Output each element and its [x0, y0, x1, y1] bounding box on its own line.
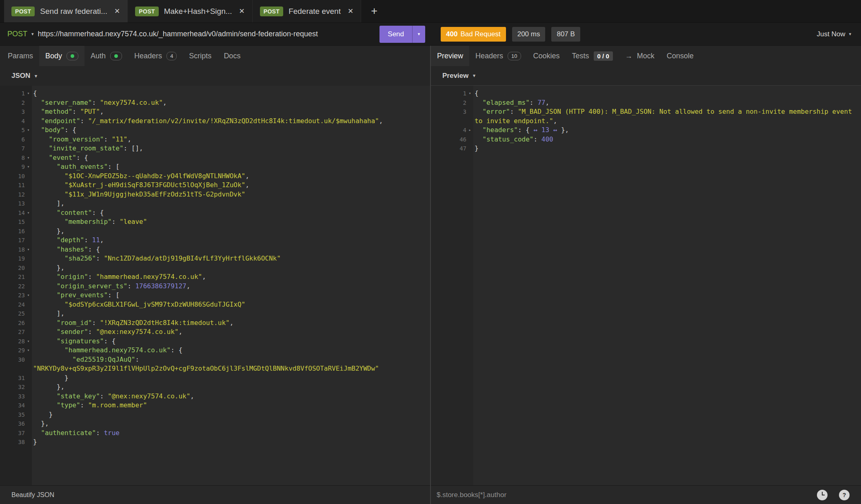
code-line: 6 "room_version": "11", — [0, 135, 430, 144]
tab-preview[interactable]: Preview — [431, 46, 469, 66]
tab-mock[interactable]: →Mock — [619, 46, 661, 66]
response-body-viewer[interactable]: 1▾{2 "elapsed_ms": 77,3 "error": "M_BAD_… — [431, 86, 861, 485]
fold-toggle-icon[interactable]: ▾ — [25, 346, 32, 355]
request-tab[interactable]: POSTMake+Hash+Sign...✕ — [128, 0, 252, 22]
main-panes: ParamsBodyAuthHeaders4ScriptsDocs JSON ▾… — [0, 46, 861, 504]
token: , — [190, 392, 194, 400]
code-text: }, — [32, 419, 430, 429]
code-text: "$odSYp6cxGBLX1FGwL_jvSM97txDzWUH86SGduT… — [32, 300, 430, 309]
gutter: 30 — [0, 355, 32, 374]
code-text: "signatures": { — [32, 337, 430, 346]
code-text: } — [32, 410, 430, 420]
close-icon[interactable]: ✕ — [114, 7, 120, 15]
line-number: 24 — [0, 300, 25, 309]
token — [33, 273, 57, 281]
token — [33, 236, 57, 244]
tab-cookies[interactable]: Cookies — [527, 46, 566, 66]
token: : — [88, 273, 96, 281]
send-options-caret-icon[interactable]: ▾ — [412, 26, 425, 43]
preview-mode-selector[interactable]: Preview ▾ — [431, 66, 861, 86]
help-icon[interactable]: ? — [839, 490, 850, 500]
fold-toggle-icon[interactable]: ▾ — [25, 126, 32, 135]
fold-marker-icon[interactable]: ↔ — [553, 126, 557, 134]
tab-params[interactable]: Params — [2, 46, 39, 66]
close-icon[interactable]: ✕ — [348, 7, 353, 15]
line-number: 46 — [431, 135, 466, 144]
fold-spacer — [25, 181, 32, 190]
response-time-badge: 200 ms — [512, 27, 546, 42]
response-footer: ? — [431, 485, 861, 504]
token: "@nex:nexy7574.co.uk" — [108, 392, 190, 400]
tab-console[interactable]: Console — [661, 46, 700, 66]
tab-body[interactable]: Body — [39, 46, 84, 66]
token: to invite endpoint." — [475, 117, 553, 125]
fold-spacer — [466, 107, 473, 126]
tab-auth[interactable]: Auth — [84, 46, 128, 66]
fold-toggle-icon[interactable]: ▾ — [25, 208, 32, 218]
token: "/_matrix/federation/v2/invite/!XRqZN3zQ… — [88, 117, 379, 125]
request-tab[interactable]: POSTSend raw federati...✕ — [4, 0, 128, 22]
fold-spacer — [25, 117, 32, 126]
fold-marker-icon[interactable]: ↔ — [534, 126, 538, 134]
tab-label: Headers — [475, 52, 503, 60]
fold-spacer — [466, 98, 473, 108]
token: : — [80, 401, 88, 409]
method-selector[interactable]: POST — [7, 30, 27, 38]
code-line: 22 "origin_server_ts": 1766386379127, — [0, 282, 430, 291]
request-tab[interactable]: POSTFederate event✕ — [253, 0, 361, 22]
code-text: ], — [32, 309, 430, 318]
close-icon[interactable]: ✕ — [239, 7, 245, 15]
fold-toggle-icon[interactable]: ▸ — [466, 126, 473, 135]
url-input[interactable]: https://hammerhead.nexy7574.co.uk/_hamme… — [38, 30, 380, 38]
tab-label: Headers — [134, 52, 162, 60]
request-body-editor[interactable]: 1▾{2 "server_name": "nexy7574.co.uk",3 "… — [0, 86, 430, 485]
token: 13 — [541, 126, 549, 134]
gutter: 24 — [0, 300, 32, 309]
token — [33, 126, 41, 134]
new-tab-button[interactable]: + — [361, 0, 387, 22]
fold-toggle-icon[interactable]: ▾ — [25, 291, 32, 300]
send-button[interactable]: Send ▾ — [379, 26, 425, 43]
token — [33, 401, 57, 409]
token: "auth_events" — [57, 163, 108, 170]
chevron-down-icon[interactable]: ▾ — [31, 31, 34, 37]
gutter: 4▸ — [431, 126, 473, 135]
tab-title: Federate event — [288, 7, 341, 16]
tab-scripts[interactable]: Scripts — [183, 46, 217, 66]
line-number: 27 — [0, 327, 25, 337]
fold-toggle-icon[interactable]: ▾ — [25, 153, 32, 163]
help-glyph: ? — [843, 492, 846, 498]
fold-toggle-icon[interactable]: ▾ — [466, 89, 473, 98]
green-dot-icon — [71, 54, 74, 58]
response-timestamp-dropdown[interactable]: Just Now ▾ — [817, 30, 851, 38]
history-clock-icon[interactable] — [817, 490, 828, 500]
code-text: } — [32, 374, 430, 383]
code-text: "headers": { ↔ 13 ↔ }, — [473, 126, 861, 135]
body-mode-selector[interactable]: JSON ▾ — [0, 66, 430, 86]
fold-spacer — [25, 263, 32, 273]
code-line: 1▾{ — [0, 89, 430, 98]
gutter: 37 — [0, 429, 32, 438]
response-section-tabs: PreviewHeaders10CookiesTests0 / 0→MockCo… — [431, 46, 861, 66]
token: , — [545, 99, 549, 106]
tab-tests[interactable]: Tests0 / 0 — [566, 46, 619, 66]
tests-count-badge: 0 / 0 — [594, 51, 613, 61]
token: "authenticate" — [41, 429, 96, 437]
line-number: 47 — [431, 144, 466, 153]
fold-spacer — [25, 190, 32, 199]
fold-toggle-icon[interactable]: ▾ — [25, 245, 32, 254]
json-filter-input[interactable] — [431, 491, 817, 499]
token: "method" — [41, 108, 72, 115]
code-line: 13 ], — [0, 199, 430, 208]
beautify-json-button[interactable]: Beautify JSON — [0, 491, 54, 499]
tab-headers[interactable]: Headers4 — [128, 46, 183, 66]
tab-headers[interactable]: Headers10 — [469, 46, 527, 66]
fold-toggle-icon[interactable]: ▾ — [25, 337, 32, 346]
token: , — [100, 236, 104, 244]
green-dot-icon — [114, 54, 118, 58]
fold-spacer — [25, 199, 32, 208]
fold-toggle-icon[interactable]: ▾ — [25, 89, 32, 98]
fold-toggle-icon[interactable]: ▾ — [25, 162, 32, 172]
tab-docs[interactable]: Docs — [217, 46, 246, 66]
token — [33, 135, 49, 143]
